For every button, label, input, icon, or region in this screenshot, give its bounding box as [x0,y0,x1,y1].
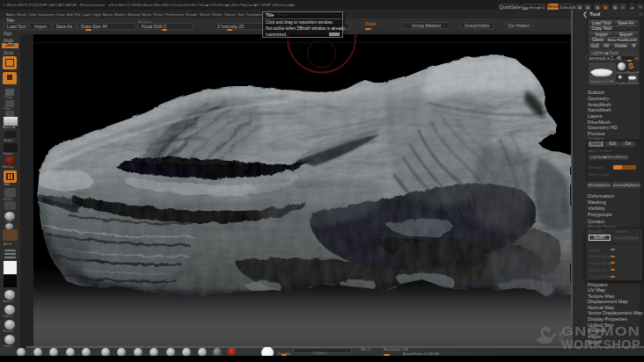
svg-text:GNOMON: GNOMON [561,324,640,338]
svg-text:WORKSHOP: WORKSHOP [561,337,640,351]
